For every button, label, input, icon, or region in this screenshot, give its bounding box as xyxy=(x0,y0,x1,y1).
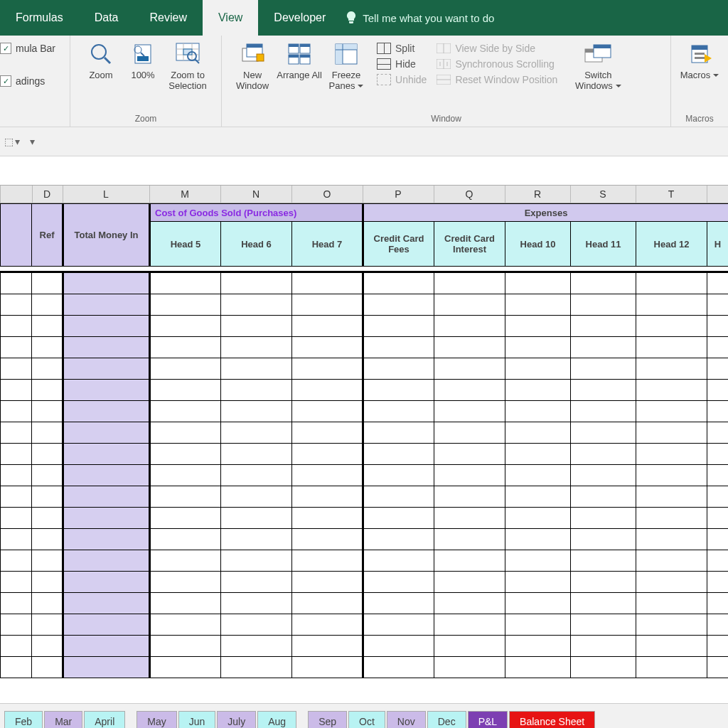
header-head11: Head 11 xyxy=(571,222,636,267)
sheet-tab-feb[interactable]: Feb xyxy=(4,711,43,728)
header-cci: Credit Card Interest xyxy=(434,222,505,267)
col-N[interactable]: N xyxy=(220,186,292,203)
sheet-tab-dec[interactable]: Dec xyxy=(427,711,466,728)
col-R[interactable]: R xyxy=(505,186,571,203)
qat-item[interactable]: ⬚▾ xyxy=(4,136,21,147)
col-S[interactable]: S xyxy=(570,186,636,203)
split-icon xyxy=(377,43,391,54)
svg-rect-25 xyxy=(300,55,310,58)
tab-review[interactable]: Review xyxy=(134,0,202,36)
svg-rect-17 xyxy=(257,54,264,61)
tab-view[interactable]: View xyxy=(203,0,258,36)
switch-windows-button[interactable]: Switch Windows xyxy=(570,38,626,91)
sheet-tab-mar[interactable]: Mar xyxy=(44,711,82,728)
sheet-tab-july[interactable]: July xyxy=(217,711,256,728)
col-T[interactable]: T xyxy=(636,186,707,203)
header-cogs: Cost of Goods Sold (Purchases) xyxy=(150,204,363,222)
window-group-label: Window xyxy=(229,114,663,125)
zoom-icon xyxy=(89,41,113,67)
svg-rect-3 xyxy=(137,56,149,61)
sheet-tab-pl[interactable]: P&L xyxy=(468,711,508,728)
unhide-button: Unhide xyxy=(377,74,427,85)
formula-bar-checkbox[interactable]: ✓mula Bar xyxy=(0,43,55,54)
col-D[interactable]: D xyxy=(31,186,63,203)
zoom-group-label: Zoom xyxy=(77,114,214,125)
header-ref: Ref xyxy=(32,204,63,267)
svg-rect-44 xyxy=(695,57,705,59)
zoom-100-button[interactable]: 100% xyxy=(124,38,161,80)
headings-checkbox[interactable]: ✓adings xyxy=(0,75,55,87)
svg-rect-16 xyxy=(247,44,262,48)
sheet-tab-nov[interactable]: Nov xyxy=(387,711,426,728)
sheet-tab-jun[interactable]: Jun xyxy=(178,711,216,728)
zoom-group: Zoom 100% Zoom to Selection Zoom xyxy=(70,36,222,127)
hide-icon xyxy=(377,58,391,70)
window-group: New Window Arrange All Freeze Panes Spli… xyxy=(222,36,671,127)
sheet-tab-oct[interactable]: Oct xyxy=(348,711,385,728)
qat-overflow[interactable]: ▾ xyxy=(30,136,35,147)
svg-rect-23 xyxy=(289,55,299,58)
svg-rect-42 xyxy=(692,46,707,50)
macros-button[interactable]: Macros xyxy=(678,38,721,80)
header-blank xyxy=(1,204,32,267)
show-group-partial: ✓mula Bar ✓adings xyxy=(0,36,70,127)
arrange-all-icon xyxy=(287,41,311,67)
sheet-tab-sep[interactable]: Sep xyxy=(308,711,347,728)
sync-scroll-icon xyxy=(437,59,451,69)
tab-data[interactable]: Data xyxy=(79,0,134,36)
reset-window-position-button: Reset Window Position xyxy=(437,74,557,85)
svg-line-1 xyxy=(105,58,110,63)
col-O[interactable]: O xyxy=(291,186,363,203)
header-total-money-in: Total Money In xyxy=(63,204,150,267)
new-window-icon xyxy=(240,41,265,67)
synchronous-scrolling-button: Synchronous Scrolling xyxy=(437,58,557,70)
spreadsheet-grid[interactable]: Ref Total Money In Cost of Goods Sold (P… xyxy=(0,203,728,704)
reset-position-icon xyxy=(437,75,451,85)
tell-me-search[interactable]: Tell me what you want to do xyxy=(346,11,494,25)
macros-group-label: Macros xyxy=(678,114,721,125)
col-more[interactable] xyxy=(707,186,728,203)
zoom-to-selection-button[interactable]: Zoom to Selection xyxy=(161,38,214,91)
col-P[interactable]: P xyxy=(363,186,434,203)
col-M[interactable]: M xyxy=(149,186,221,203)
svg-point-0 xyxy=(92,45,106,59)
sheet-tab-may[interactable]: May xyxy=(136,711,176,728)
zoom-button[interactable]: Zoom xyxy=(77,38,124,80)
column-header-row[interactable]: D L M N O P Q R S T xyxy=(0,185,728,203)
macros-icon xyxy=(687,41,712,67)
tab-formulas[interactable]: Formulas xyxy=(0,0,79,36)
split-button[interactable]: Split xyxy=(377,43,427,54)
zoom-100-icon xyxy=(131,41,155,67)
worksheet-area: D L M N O P Q R S T Ref Total Money In C… xyxy=(0,156,728,728)
sheet-tab-april[interactable]: April xyxy=(84,711,125,728)
svg-rect-21 xyxy=(300,44,310,47)
col-Q[interactable]: Q xyxy=(434,186,505,203)
svg-marker-45 xyxy=(705,54,712,63)
macros-group: Macros Macros xyxy=(671,36,728,127)
quick-access-toolbar: ⬚▾ ▾ xyxy=(0,127,728,156)
zoom-selection-icon xyxy=(175,41,200,67)
header-head7: Head 7 xyxy=(292,222,363,267)
svg-rect-28 xyxy=(336,44,357,50)
header-more: H xyxy=(707,222,729,267)
sheet-tab-aug[interactable]: Aug xyxy=(257,711,296,728)
freeze-panes-button[interactable]: Freeze Panes xyxy=(323,38,370,91)
ribbon-tab-strip: Formulas Data Review View Developer Tell… xyxy=(0,0,728,36)
freeze-panes-icon xyxy=(334,41,358,67)
switch-windows-icon xyxy=(584,41,612,67)
ribbon: ✓mula Bar ✓adings Zoom 100% Zoom to Sele… xyxy=(0,36,728,127)
arrange-all-button[interactable]: Arrange All xyxy=(276,38,323,80)
sheet-tab-strip: Feb Mar April May Jun July Aug Sep Oct N… xyxy=(0,703,728,728)
col-blank[interactable] xyxy=(0,186,33,203)
tab-developer[interactable]: Developer xyxy=(258,0,341,36)
header-head10: Head 10 xyxy=(505,222,571,267)
header-head12: Head 12 xyxy=(636,222,707,267)
sheet-tab-balance-sheet[interactable]: Balance Sheet xyxy=(509,711,595,728)
svg-rect-19 xyxy=(289,44,299,47)
header-head6: Head 6 xyxy=(221,222,292,267)
col-L[interactable]: L xyxy=(63,186,150,203)
new-window-button[interactable]: New Window xyxy=(229,38,276,91)
tell-me-label: Tell me what you want to do xyxy=(363,12,494,24)
hide-button[interactable]: Hide xyxy=(377,58,427,70)
view-side-by-side-button: View Side by Side xyxy=(437,43,557,54)
